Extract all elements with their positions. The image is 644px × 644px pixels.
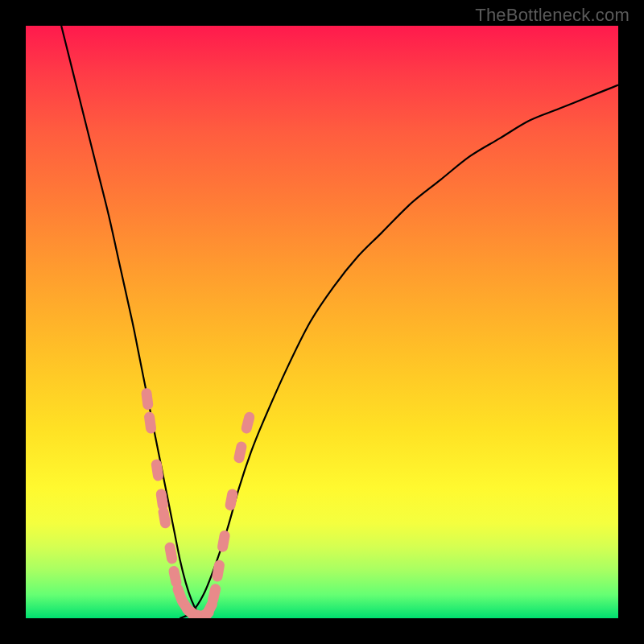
sample-point: [246, 417, 250, 428]
sample-point: [213, 589, 215, 601]
sample-point: [147, 394, 148, 405]
curve-left-branch: [61, 26, 209, 618]
sample-point: [161, 494, 163, 506]
sample-point: [174, 572, 176, 583]
sample-point: [170, 547, 171, 559]
sample-point: [223, 535, 225, 547]
sample-point: [156, 464, 158, 476]
curve-right-branch: [180, 85, 618, 618]
sample-point: [163, 512, 165, 523]
chart-svg: [26, 26, 618, 618]
sample-point: [150, 417, 151, 428]
sample-points-group: [147, 394, 250, 618]
sample-point: [217, 565, 219, 576]
plot-area: [26, 26, 618, 618]
watermark-text: TheBottleneck.com: [475, 5, 630, 26]
sample-point: [230, 494, 233, 506]
sample-point: [239, 447, 242, 458]
chart-frame: TheBottleneck.com: [0, 0, 644, 644]
sample-point: [207, 605, 212, 614]
